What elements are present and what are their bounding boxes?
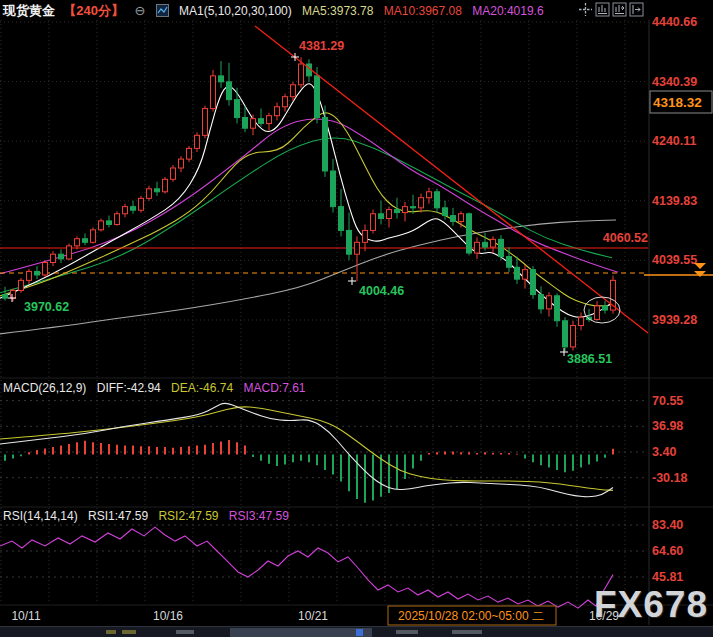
- price-mark-label: 4004.46: [359, 284, 404, 298]
- candle-body: [475, 242, 480, 253]
- candle-body: [43, 263, 48, 275]
- candle-body: [91, 230, 96, 242]
- price-mark-label: 4060.52: [603, 231, 648, 245]
- taskbar-glyph: [106, 630, 116, 634]
- main-chart-canvas[interactable]: 4440.664340.394240.114139.834039.553939.…: [0, 0, 713, 637]
- rsi3-value: RSI3:47.59: [229, 509, 289, 523]
- macd-settings-label: MACD(26,12,9): [3, 381, 86, 395]
- candle-body: [227, 82, 232, 100]
- price-axis-label: 4240.11: [652, 134, 697, 148]
- candle-body: [243, 117, 248, 128]
- rsi-axis-label: 64.60: [652, 544, 683, 558]
- rsi1-value: RSI1:47.59: [88, 509, 148, 523]
- candle-body: [467, 214, 472, 253]
- candle-body: [555, 296, 560, 321]
- candle-body: [99, 221, 104, 230]
- candle-body: [443, 208, 448, 216]
- rsi-header: RSI(14,14,14) RSI1:47.59 RSI2:47.59 RSI3…: [3, 509, 296, 523]
- taskbar-glyph: [452, 630, 482, 634]
- price-axis-label: 4340.39: [652, 75, 697, 89]
- candle-body: [147, 189, 152, 199]
- price-mark-label: 3970.62: [24, 300, 69, 314]
- price-axis-label: 4440.66: [652, 15, 697, 29]
- pane-collapse-right-icon[interactable]: [629, 2, 644, 17]
- candle-body: [179, 159, 184, 168]
- dea-value: DEA:-46.74: [171, 381, 233, 395]
- candle-body: [579, 317, 584, 325]
- candle-body: [355, 242, 360, 254]
- price-axis-label: 4139.83: [652, 194, 697, 208]
- candle-body: [539, 295, 544, 309]
- rsi-settings-label: RSI(14,14,14): [3, 509, 78, 523]
- candle-body: [339, 207, 344, 231]
- ma20-value: MA20:4019.6: [472, 4, 543, 18]
- candle-body: [131, 207, 136, 211]
- macd-axis-label: 36.98: [652, 419, 683, 433]
- taskbar-tab-icon: [356, 629, 363, 636]
- macd-axis-label: 3.40: [652, 445, 676, 459]
- candle-body: [451, 216, 456, 222]
- candle-body: [171, 168, 176, 179]
- candle-body: [267, 116, 272, 124]
- candle-body: [395, 210, 400, 213]
- candle-body: [155, 189, 160, 192]
- candle-body: [435, 192, 440, 208]
- candle-body: [403, 207, 408, 213]
- candle-body: [235, 100, 240, 118]
- price-axis-label: 3939.28: [652, 313, 697, 327]
- macd-axis-label: 70.55: [652, 394, 683, 408]
- ma5-value: MA5:3973.78: [302, 4, 373, 18]
- candle-body: [35, 271, 40, 275]
- candle-body: [563, 321, 568, 347]
- candle-body: [3, 295, 8, 299]
- pane-chart-icon[interactable]: [595, 2, 610, 17]
- candle-body: [379, 214, 384, 219]
- date-label: 10/16: [153, 609, 183, 623]
- candle-body: [491, 239, 496, 247]
- candle-body: [59, 254, 64, 259]
- chart-window: 4440.664340.394240.114139.834039.553939.…: [0, 0, 713, 637]
- candle-body: [75, 239, 80, 246]
- candle-body: [419, 198, 424, 208]
- fx678-watermark: FX678: [594, 584, 708, 626]
- candle-body: [27, 271, 32, 280]
- candle-body: [323, 117, 328, 170]
- diff-value: DIFF:-42.94: [97, 381, 161, 395]
- candle-body: [515, 267, 520, 279]
- candle-body: [427, 192, 432, 198]
- chart-thumbnail-icon[interactable]: [156, 4, 169, 20]
- candle-body: [275, 107, 280, 116]
- price-alert-marker[interactable]: [694, 271, 706, 277]
- taskbar-glyph: [176, 630, 194, 634]
- price-mark-label: 4381.29: [299, 39, 344, 53]
- candle-body: [187, 148, 192, 159]
- timeframe-label: 【240分】: [63, 3, 124, 18]
- price-mark-label: 3886.51: [567, 352, 612, 366]
- bottom-taskbar[interactable]: [0, 626, 713, 637]
- zoom-out-icon[interactable]: ⊖: [134, 3, 145, 18]
- candle-body: [163, 179, 168, 191]
- candle-body: [195, 135, 200, 148]
- taskbar-active-tab[interactable]: [230, 628, 372, 637]
- macd-header: MACD(26,12,9) DIFF:-42.94 DEA:-46.74 MAC…: [3, 381, 313, 395]
- candle-body: [483, 242, 488, 247]
- ma10-value: MA10:3967.08: [384, 4, 462, 18]
- last-price-label: 4318.32: [653, 95, 702, 110]
- pane-chart-arrow-icon[interactable]: [612, 2, 627, 17]
- chart-header: 现货黄金 【240分】 ⊖ MA1(5,10,20,30,100) MA5:39…: [3, 2, 551, 20]
- candle-body: [499, 239, 504, 256]
- taskbar-glyph: [396, 630, 418, 634]
- candle-body: [115, 214, 120, 225]
- candle-body: [139, 198, 144, 210]
- rsi-axis-label: 45.81: [652, 570, 683, 584]
- candle-body: [283, 97, 288, 107]
- candle-body: [219, 76, 224, 82]
- candle-body: [459, 214, 464, 222]
- candle-body: [347, 230, 352, 254]
- candle-body: [107, 221, 112, 225]
- candle-body: [251, 119, 256, 129]
- candle-body: [523, 270, 528, 280]
- pan-crosshair-icon[interactable]: [578, 2, 593, 17]
- date-label: 10/11: [11, 609, 40, 623]
- ma-settings-label: MA1(5,10,20,30,100): [179, 4, 292, 18]
